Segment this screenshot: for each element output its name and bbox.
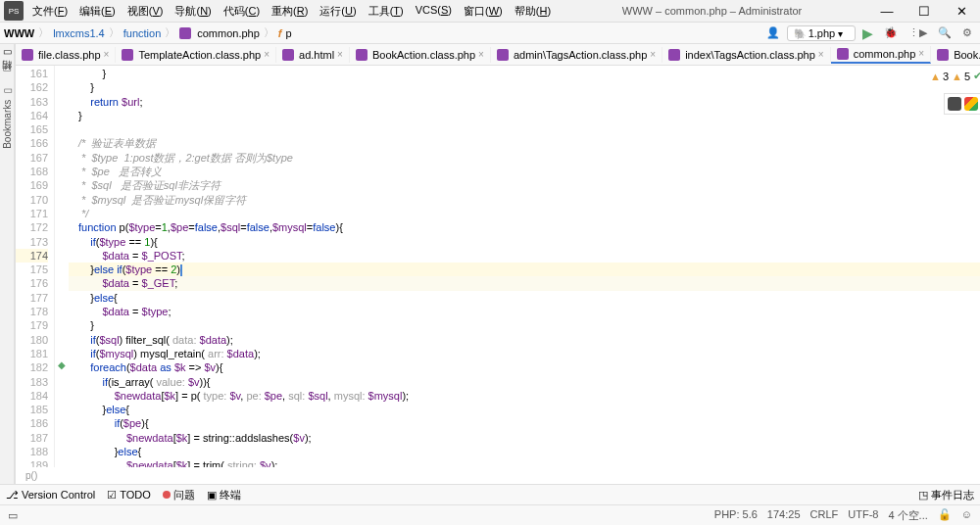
- code-line[interactable]: if($type == 1){: [69, 235, 980, 249]
- built-in-preview-icon[interactable]: [948, 97, 961, 111]
- settings-icon[interactable]: ⚙: [958, 26, 976, 39]
- code-line[interactable]: }: [69, 80, 980, 94]
- editor-tab[interactable]: Book...×: [931, 47, 980, 63]
- line-number[interactable]: 186: [16, 416, 48, 430]
- code-line[interactable]: $newdata[$k] = p( type: $v, pe: $pe, sql…: [69, 389, 980, 403]
- editor-tab[interactable]: TemplateAction.class.php×: [116, 47, 276, 63]
- status-tool-windows-icon[interactable]: ▭: [8, 509, 18, 522]
- close-tab-icon[interactable]: ×: [337, 49, 343, 60]
- close-tab-icon[interactable]: ×: [918, 48, 924, 59]
- code-line[interactable]: * $type 1:post数据，2:get数据 否则为$type: [69, 151, 980, 165]
- line-number[interactable]: 175: [16, 263, 48, 276]
- code-line[interactable]: }else{: [69, 291, 980, 305]
- code-line[interactable]: foreach($data as $k => $v){: [69, 360, 980, 374]
- run-config-selector[interactable]: 🐘 1.php ▾: [787, 25, 856, 41]
- line-number[interactable]: 184: [16, 389, 48, 403]
- status-readonly-icon[interactable]: 🔓: [938, 508, 952, 523]
- line-number[interactable]: 182: [16, 360, 48, 374]
- code-area[interactable]: } } return $url;} /* 验证表单数据 * $type 1:po…: [69, 66, 980, 467]
- code-line[interactable]: }: [69, 109, 980, 122]
- editor-tab[interactable]: BookAction.class.php×: [350, 47, 491, 63]
- code-line[interactable]: function p($type=1,$pe=false,$sql=false,…: [69, 220, 980, 234]
- status-encoding[interactable]: UTF-8: [848, 508, 878, 523]
- code-line[interactable]: $data = $_POST;: [69, 249, 980, 263]
- close-button[interactable]: ✕: [943, 0, 980, 23]
- run-button[interactable]: ▶: [858, 25, 877, 41]
- line-number[interactable]: 183: [16, 375, 48, 389]
- code-line[interactable]: [69, 122, 980, 136]
- debug-button[interactable]: 🐞: [880, 26, 902, 39]
- menu-item[interactable]: 导航(N): [170, 2, 216, 21]
- editor-tab[interactable]: file.class.php×: [16, 47, 116, 63]
- status-memory-icon[interactable]: ☺: [961, 508, 972, 523]
- code-line[interactable]: }: [69, 67, 980, 80]
- more-run-button[interactable]: ⋮▶: [905, 26, 931, 39]
- line-number[interactable]: 181: [16, 347, 48, 360]
- terminal-button[interactable]: ▣ 终端: [207, 488, 241, 502]
- close-tab-icon[interactable]: ×: [650, 49, 656, 60]
- line-gutter[interactable]: 1611621631641651661671681691701711721731…: [16, 66, 55, 467]
- project-tool-label[interactable]: ▭: [3, 46, 12, 57]
- code-line[interactable]: $newdata[$k] = trim( string: $v);: [69, 458, 980, 467]
- line-number[interactable]: 164: [16, 109, 48, 122]
- close-tab-icon[interactable]: ×: [818, 49, 824, 60]
- line-number[interactable]: 163: [16, 95, 48, 109]
- line-number[interactable]: 189: [16, 458, 48, 467]
- line-number[interactable]: 171: [16, 207, 48, 220]
- close-tab-icon[interactable]: ×: [104, 49, 110, 60]
- bookmarks-tool-button[interactable]: Bookmarks ▭: [2, 86, 13, 149]
- line-number[interactable]: 165: [16, 122, 48, 136]
- line-number[interactable]: 185: [16, 403, 48, 416]
- line-number[interactable]: 174: [16, 249, 48, 263]
- menu-item[interactable]: VCS(S): [411, 2, 457, 21]
- editor-tab[interactable]: admin\TagsAction.class.php×: [491, 47, 662, 63]
- line-number[interactable]: 161: [16, 67, 48, 80]
- menu-item[interactable]: 帮助(H): [510, 2, 556, 21]
- status-php[interactable]: PHP: 5.6: [714, 508, 758, 523]
- line-number[interactable]: 172: [16, 220, 48, 234]
- line-number[interactable]: 169: [16, 178, 48, 192]
- breadcrumb-item[interactable]: lmxcms1.4: [53, 27, 105, 39]
- line-number[interactable]: 176: [16, 276, 48, 290]
- code-line[interactable]: * $sql 是否验证sql非法字符: [69, 178, 980, 192]
- code-line[interactable]: /* 验证表单数据: [69, 136, 980, 150]
- status-indent[interactable]: 4 个空...: [888, 508, 927, 523]
- close-tab-icon[interactable]: ×: [478, 49, 484, 60]
- menu-item[interactable]: 文件(F): [27, 2, 73, 21]
- code-line[interactable]: */: [69, 207, 980, 220]
- breadcrumb-function[interactable]: p: [286, 27, 292, 39]
- menu-item[interactable]: 窗口(W): [459, 2, 508, 21]
- maximize-button[interactable]: ☐: [906, 0, 943, 23]
- search-icon[interactable]: 🔍: [934, 26, 956, 39]
- line-number[interactable]: 188: [16, 445, 48, 458]
- user-icon[interactable]: 👤: [762, 26, 784, 39]
- editor-tab[interactable]: index\TagsAction.class.php×: [662, 47, 831, 63]
- code-line[interactable]: $data = $type;: [69, 305, 980, 318]
- breadcrumb-root[interactable]: WWW: [4, 27, 34, 39]
- code-line[interactable]: if($mysql) mysql_retain( arr: $data);: [69, 347, 980, 360]
- code-line[interactable]: if($sql) filter_sql( data: $data);: [69, 333, 980, 347]
- line-number[interactable]: 187: [16, 431, 48, 445]
- menu-item[interactable]: 工具(T): [364, 2, 409, 21]
- run-marker-icon[interactable]: ◆: [55, 359, 69, 370]
- line-number[interactable]: 170: [16, 193, 48, 207]
- editor-tab[interactable]: common.php×: [831, 46, 931, 64]
- code-line[interactable]: * $mysql 是否验证mysql保留字符: [69, 193, 980, 207]
- code-line[interactable]: }else if($type == 2): [69, 263, 980, 276]
- close-tab-icon[interactable]: ×: [264, 49, 270, 60]
- menu-item[interactable]: 代码(C): [219, 2, 265, 21]
- code-line[interactable]: }: [69, 318, 980, 332]
- code-line[interactable]: $data = $_GET;: [69, 276, 980, 290]
- menu-item[interactable]: 编辑(E): [74, 2, 121, 21]
- code-line[interactable]: }else{: [69, 403, 980, 416]
- line-number[interactable]: 179: [16, 318, 48, 332]
- problems-button[interactable]: 问题: [163, 488, 195, 502]
- inspection-widget[interactable]: ▲3 ▲5 ✔3 ⌃ ⋮: [930, 70, 980, 82]
- code-line[interactable]: * $pe 是否转义: [69, 165, 980, 178]
- breadcrumb-item[interactable]: function: [123, 27, 162, 39]
- menu-item[interactable]: 视图(V): [122, 2, 169, 21]
- line-number[interactable]: 167: [16, 151, 48, 165]
- editor[interactable]: 1611621631641651661671681691701711721731…: [16, 66, 980, 467]
- status-line-sep[interactable]: CRLF: [810, 508, 839, 523]
- menu-item[interactable]: 重构(R): [267, 2, 313, 21]
